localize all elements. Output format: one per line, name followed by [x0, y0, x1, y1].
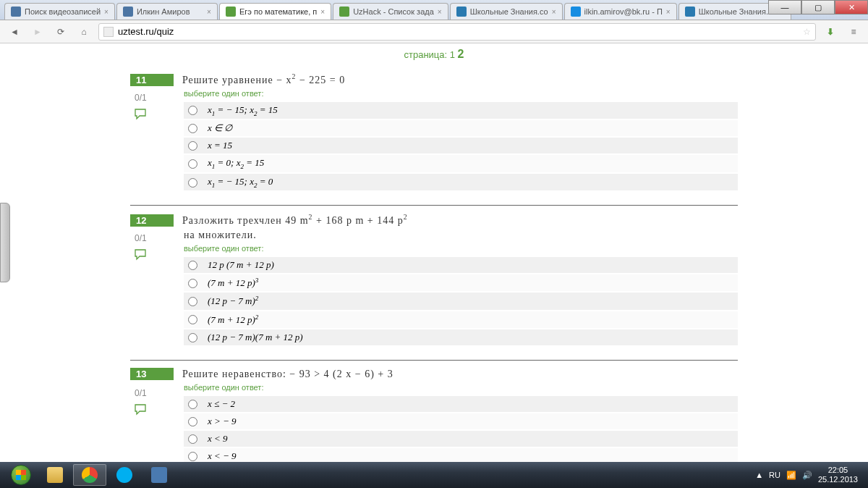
- answer-text: (12 p − 7 m)2: [208, 295, 258, 307]
- question-score-side: 0/1: [135, 388, 148, 418]
- answer-radio[interactable]: [188, 417, 197, 426]
- question-score: 0/1: [135, 388, 148, 398]
- tab-favicon: [685, 7, 695, 17]
- forward-button[interactable]: ►: [29, 23, 46, 41]
- tab-close-icon[interactable]: ×: [104, 8, 109, 16]
- answer-option[interactable]: x ∈ ∅: [184, 120, 738, 136]
- browser-tab[interactable]: Школьные Знания.со×: [450, 3, 563, 20]
- tab-favicon: [456, 7, 467, 17]
- tab-close-icon[interactable]: ×: [666, 8, 671, 16]
- answer-radio[interactable]: [188, 452, 197, 461]
- pagination-link[interactable]: 2: [458, 48, 464, 60]
- answer-option[interactable]: 12 p (7 m + 12 p): [184, 257, 738, 273]
- pagination-current: 1: [450, 49, 455, 60]
- answer-option[interactable]: x < − 9: [184, 448, 738, 462]
- question-number: 13: [130, 368, 174, 380]
- window-close-button[interactable]: ✕: [835, 0, 868, 14]
- answer-radio[interactable]: [188, 124, 197, 133]
- answer-text: x < − 9: [208, 450, 237, 462]
- answer-option[interactable]: x = 15: [184, 138, 738, 153]
- browser-nav-bar: ◄ ► ⟳ ⌂ ☆ ⬇ ≡: [0, 20, 868, 43]
- browser-tab[interactable]: UzHack - Список зада×: [333, 3, 448, 20]
- answer-option[interactable]: x ≤ − 2: [184, 396, 738, 412]
- answer-text: 12 p (7 m + 12 p): [208, 259, 274, 271]
- question-body: на множители.выберите один ответ:12 p (7…: [184, 230, 738, 345]
- back-button[interactable]: ◄: [6, 23, 23, 41]
- tab-title: Поиск видеозаписей: [25, 7, 101, 16]
- answer-text: (7 m + 12 p)2: [208, 314, 258, 326]
- window-maximize-button[interactable]: ▢: [801, 0, 835, 14]
- browser-tab[interactable]: Илкин Амиров×: [116, 3, 218, 20]
- tab-close-icon[interactable]: ×: [320, 8, 325, 16]
- tab-favicon: [11, 7, 21, 17]
- question-score: 0/1: [135, 233, 148, 243]
- answer-radio[interactable]: [188, 297, 197, 306]
- question-text: Разложить трехчлен 49 m2 + 168 p m + 144…: [182, 213, 408, 227]
- url-input[interactable]: [118, 26, 800, 37]
- question-score-side: 0/1: [135, 93, 148, 122]
- browser-tab[interactable]: ilkin.amirov@bk.ru - П×: [564, 3, 677, 20]
- tab-favicon: [571, 7, 581, 17]
- answer-option[interactable]: x1 = − 15; x2 = 15: [184, 102, 738, 119]
- question-body: выберите один ответ:x ≤ − 2x > − 9x < 9x…: [184, 383, 738, 462]
- answer-option[interactable]: (12 p − 7 m)(7 m + 12 p): [184, 329, 738, 345]
- reload-button[interactable]: ⟳: [52, 23, 69, 41]
- answer-option[interactable]: x1 = 0; x2 = 15: [184, 155, 738, 172]
- tab-title: Илкин Амиров: [137, 7, 203, 16]
- question-text: Решите уравнение − x2 − 225 = 0: [182, 72, 345, 86]
- tab-close-icon[interactable]: ×: [552, 8, 556, 16]
- answer-radio[interactable]: [188, 315, 197, 324]
- page-content: страница: 1 2 11Решите уравнение − x2 − …: [0, 43, 868, 462]
- answer-instruction: выберите один ответ:: [184, 244, 738, 253]
- comment-icon[interactable]: [135, 249, 148, 263]
- answer-radio[interactable]: [188, 106, 197, 115]
- pagination-label: страница:: [404, 49, 447, 60]
- home-button[interactable]: ⌂: [75, 23, 93, 41]
- answer-text: x < 9: [208, 433, 228, 445]
- address-bar[interactable]: ☆: [98, 23, 816, 41]
- question-text: Решите неравенство: − 93 > 4 (2 x − 6) +…: [182, 369, 393, 380]
- tab-close-icon[interactable]: ×: [438, 8, 442, 16]
- answer-radio[interactable]: [188, 261, 197, 270]
- answer-text: x > − 9: [208, 416, 237, 427]
- answer-option[interactable]: x > − 9: [184, 413, 738, 429]
- question-score: 0/1: [135, 93, 148, 103]
- answer-text: x1 = − 15; x2 = 0: [208, 176, 273, 189]
- answer-option[interactable]: (12 p − 7 m)2: [184, 293, 738, 309]
- comment-icon[interactable]: [135, 404, 148, 418]
- answer-option[interactable]: (7 m + 12 p)2: [184, 311, 738, 328]
- browser-tab[interactable]: Поиск видеозаписей×: [4, 3, 115, 20]
- answer-option[interactable]: x < 9: [184, 431, 738, 447]
- tab-favicon: [226, 7, 236, 17]
- download-icon[interactable]: ⬇: [822, 23, 839, 41]
- answer-radio[interactable]: [188, 434, 197, 444]
- tab-close-icon[interactable]: ×: [207, 8, 211, 16]
- question-block: 13Решите неравенство: − 93 > 4 (2 x − 6)…: [130, 360, 738, 462]
- answer-option[interactable]: (7 m + 12 p)3: [184, 274, 738, 291]
- answer-radio[interactable]: [188, 141, 197, 151]
- question-body: выберите один ответ:x1 = − 15; x2 = 15x …: [184, 89, 738, 191]
- side-scroll-handle[interactable]: [0, 203, 10, 282]
- answer-radio[interactable]: [188, 178, 197, 188]
- bookmark-icon[interactable]: ☆: [803, 27, 811, 37]
- menu-button[interactable]: ≡: [845, 23, 862, 41]
- page-icon: [103, 27, 114, 37]
- answer-text: x1 = − 15; x2 = 15: [208, 104, 278, 117]
- answer-text: x = 15: [208, 140, 232, 151]
- comment-icon[interactable]: [135, 109, 148, 122]
- question-number: 11: [130, 74, 174, 86]
- answer-radio[interactable]: [188, 279, 197, 288]
- tab-favicon: [339, 7, 349, 17]
- answer-option[interactable]: x1 = − 15; x2 = 0: [184, 174, 738, 191]
- tab-favicon: [123, 7, 133, 17]
- answer-radio[interactable]: [188, 159, 197, 169]
- answer-instruction: выберите один ответ:: [184, 89, 738, 98]
- answer-text: x ∈ ∅: [208, 122, 232, 134]
- answer-radio[interactable]: [188, 400, 197, 409]
- browser-tab[interactable]: Егэ по математике, п×: [219, 3, 331, 20]
- pagination: страница: 1 2: [130, 43, 738, 65]
- window-minimize-button[interactable]: —: [768, 0, 801, 14]
- tab-title: Школьные Знания.со: [470, 7, 548, 16]
- answer-radio[interactable]: [188, 333, 197, 342]
- question-block: 11Решите уравнение − x2 − 225 = 00/1выбе…: [130, 65, 738, 205]
